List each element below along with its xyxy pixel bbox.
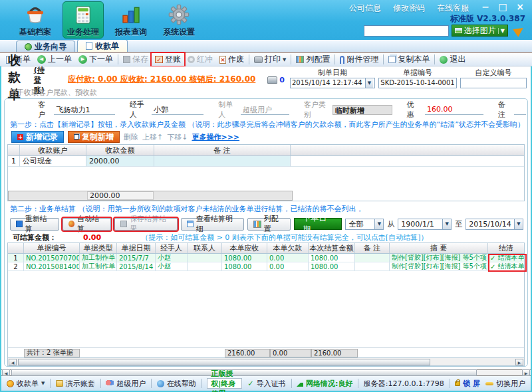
statusbar-account-set[interactable]: 演示账套 — [56, 379, 95, 389]
change-password-link[interactable]: 修改密码 — [393, 3, 425, 14]
dropdown-arrow-icon[interactable]: ▼ — [514, 219, 523, 229]
handler-cell[interactable]: 小赵 — [156, 254, 188, 262]
move-down-link[interactable]: 下移↓ — [167, 132, 188, 142]
attachment-button[interactable]: 附件管理 — [336, 53, 382, 66]
doc-type-cell[interactable]: 加工制作单 — [80, 262, 117, 271]
company-info-link[interactable]: 公司信息 — [349, 3, 381, 14]
nav-item-business-processing[interactable]: 业务处理 — [63, 1, 104, 39]
delete-row-link[interactable]: 删除 — [124, 132, 138, 142]
doc-date-cell[interactable]: 2015/7/7 — [117, 254, 156, 262]
import-cert-button[interactable]: ✓导入证书 — [247, 379, 285, 389]
from-date-select[interactable]: 1900/1/1▼ — [398, 219, 452, 230]
statusbar-online-help[interactable]: 在线帮助 — [157, 379, 196, 389]
column-header[interactable]: 收款金额 — [86, 145, 154, 155]
post-account-button[interactable]: ✓登账 — [152, 53, 184, 66]
scroll-thumb[interactable] — [11, 369, 477, 376]
maximize-button[interactable]: □ — [497, 1, 508, 12]
settle-amount-cell[interactable]: 1080.00 — [309, 254, 355, 262]
remark-cell[interactable] — [355, 254, 390, 262]
custom-no-input[interactable] — [460, 78, 527, 88]
contact-cell[interactable] — [188, 254, 222, 262]
handler-cell[interactable]: 小赵 — [156, 262, 188, 271]
doc-type-cell[interactable]: 加工制作单 — [80, 254, 117, 262]
column-header[interactable]: 单据类型 — [80, 243, 117, 253]
nav-item-report-query[interactable]: 报表查询 — [110, 1, 152, 39]
prev-doc-button[interactable]: ◀上一单 — [34, 53, 75, 66]
resettle-button[interactable]: 重新结算 — [10, 218, 59, 231]
print-button[interactable]: 打印▼ — [251, 53, 289, 66]
dropdown-arrow-icon[interactable]: ▼ — [365, 78, 373, 88]
print-count-icon[interactable] — [267, 76, 277, 84]
range-select[interactable]: 全部▼ — [345, 219, 384, 230]
clear-doc-cell[interactable]: ✓ 结清本单 — [488, 254, 524, 262]
minimize-button[interactable]: − — [480, 1, 491, 12]
copy-doc-button[interactable]: 复制本单 — [385, 53, 433, 66]
nav-item-base-archives[interactable]: 基础档案 — [15, 1, 56, 39]
scroll-thumb[interactable] — [18, 359, 430, 365]
doc-date-cell[interactable]: 2015/8/14 — [117, 262, 156, 271]
tab-business-wizard[interactable]: 业务向导 — [16, 41, 75, 52]
clear-doc-cell[interactable]: ✓ 结清本单 — [488, 262, 524, 271]
doc-no-cell[interactable]: NO.201508140001 — [24, 262, 80, 271]
pick-image-button[interactable]: 选择图片 ▼ — [452, 25, 508, 37]
image-path-input[interactable] — [364, 25, 449, 37]
view-settle-detail-button[interactable]: 查看结算明细 — [181, 218, 244, 231]
statusbar-doc-menu[interactable]: 收款单▼ — [7, 379, 45, 389]
page-horizontal-scrollbar[interactable]: ◀ ▶ — [1, 369, 531, 376]
order-date-button[interactable]: 下单日期 — [294, 218, 342, 230]
doc-no-cell[interactable]: NO.201507070001 — [24, 254, 80, 262]
table-row[interactable]: 1 公司现金 2000.00 — [8, 156, 524, 167]
scroll-right-icon[interactable]: ▶ — [515, 359, 523, 365]
remark-cell[interactable] — [355, 262, 390, 271]
column-config-button[interactable]: 列配置 — [293, 53, 333, 66]
more-actions-link[interactable]: 更多操作>>> — [192, 132, 239, 142]
column-header[interactable]: 单据编号 — [24, 243, 80, 253]
contact-cell[interactable] — [188, 262, 222, 271]
move-up-link[interactable]: 上移↑ — [142, 132, 163, 142]
owed-cell[interactable]: 0.00 — [267, 254, 309, 262]
column-header[interactable]: 本次结算金额 — [309, 243, 355, 253]
table-row[interactable]: 1 NO.201507070001 加工制作单 2015/7/7 小赵 1080… — [8, 254, 524, 262]
table-row[interactable]: 2 NO.201508140001 加工制作单 2015/8/14 小赵 108… — [8, 262, 524, 271]
owed-cell[interactable]: 0.00 — [267, 262, 309, 271]
column-header[interactable]: 摘 要 — [390, 243, 488, 253]
scroll-left-icon[interactable]: ◀ — [2, 369, 10, 376]
column-header[interactable]: 结清 — [488, 243, 524, 253]
remark-field[interactable] — [514, 105, 526, 115]
summary-cell[interactable]: 制作[背胶][灯布][海报] 等5个项目 — [390, 262, 488, 271]
account-cell[interactable]: 公司现金 — [20, 156, 86, 167]
discount-field[interactable]: 160.00 — [425, 105, 483, 115]
statusbar-user[interactable]: 超级用户 — [106, 379, 146, 389]
column-config-button2[interactable]: 列配置 — [247, 218, 291, 231]
table-horizontal-scrollbar[interactable]: ◀ ▶ — [8, 357, 524, 365]
amount-cell[interactable]: 2000.00 — [86, 156, 154, 167]
remark-cell[interactable] — [154, 156, 291, 167]
to-date-select[interactable]: 2015/10/14▼ — [466, 219, 523, 230]
scroll-left-icon[interactable]: ◀ — [9, 359, 17, 365]
column-header[interactable]: 经手人 — [156, 243, 188, 253]
next-doc-button[interactable]: ▶下一单 — [75, 53, 116, 66]
create-date-input[interactable]: 2015/10/14 12:17:44▼ — [290, 78, 375, 88]
column-header[interactable]: 收款账户 — [20, 145, 86, 155]
copy-add-button[interactable]: 复制新增 — [68, 131, 120, 143]
online-service-link[interactable]: 在线客服 — [437, 3, 469, 14]
column-header[interactable]: 备 注 — [355, 243, 390, 253]
scroll-right-icon[interactable]: ▶ — [522, 369, 530, 376]
receivable-cell[interactable]: 1080.00 — [222, 254, 267, 262]
close-button[interactable]: × — [515, 1, 525, 12]
settle-amount-cell[interactable]: 1080.00 — [309, 262, 355, 271]
customer-field[interactable]: 飞扬动力1 — [54, 105, 114, 115]
column-header[interactable]: 本单欠款 — [267, 243, 309, 253]
auto-settle-button[interactable]: 自动结算 — [63, 218, 112, 231]
dropdown-arrow-icon[interactable]: ▼ — [374, 219, 383, 229]
add-record-button[interactable]: +新增记录 — [11, 131, 64, 143]
lock-screen-button[interactable]: 锁 屏 — [455, 379, 480, 389]
exit-button[interactable]: 退出 — [436, 53, 469, 66]
void-button[interactable]: ×作废 — [216, 53, 247, 66]
column-header[interactable]: 联系人 — [188, 243, 222, 253]
summary-cell[interactable]: 制作[背胶][灯布][海报] 等5个项目 — [390, 254, 488, 262]
handler-field[interactable]: 小郭 — [152, 105, 203, 115]
nav-item-system-settings[interactable]: 系统设置 — [158, 1, 200, 39]
column-header[interactable]: 备 注 — [154, 145, 291, 155]
column-header[interactable]: 单据日期 — [117, 243, 156, 253]
